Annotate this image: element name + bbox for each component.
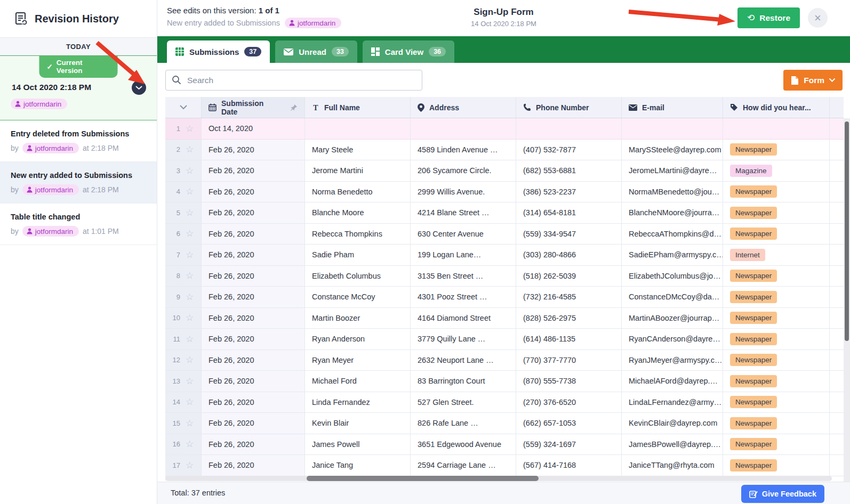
- star-icon[interactable]: ☆: [186, 145, 194, 154]
- cell-heard[interactable]: [723, 118, 830, 140]
- cell-date[interactable]: Feb 26, 2020: [202, 350, 305, 371]
- column-header-date[interactable]: Submission Date: [202, 97, 305, 118]
- cell-phone[interactable]: (386) 523-2237: [516, 182, 622, 203]
- cell-phone[interactable]: (682) 553-6881: [516, 160, 622, 182]
- cell-phone[interactable]: (559) 334-9547: [516, 224, 622, 245]
- search-input[interactable]: [165, 70, 422, 91]
- cell-heard[interactable]: Newspaper: [723, 182, 830, 203]
- tab-submissions[interactable]: Submissions37: [167, 40, 270, 63]
- cell-name[interactable]: Martin Boozer: [305, 308, 411, 329]
- cell-email[interactable]: NormaMBenedetto@jou…: [622, 182, 723, 203]
- cell-name[interactable]: Jerome Martini: [305, 160, 411, 182]
- cell-name[interactable]: Linda Fernandez: [305, 392, 411, 413]
- cell-name[interactable]: Norma Benedetto: [305, 182, 411, 203]
- cell-name[interactable]: Constance McCoy: [305, 287, 411, 308]
- cell-address[interactable]: 4301 Pooz Street …: [411, 287, 516, 308]
- cell-date[interactable]: Feb 26, 2020: [202, 434, 305, 456]
- cell-address[interactable]: 4164 Diamond Street: [411, 308, 516, 329]
- star-icon[interactable]: ☆: [186, 187, 194, 196]
- cell-heard[interactable]: Newspaper: [723, 350, 830, 371]
- cell-email[interactable]: JamesBPowell@dayrep.…: [622, 434, 723, 456]
- revision-entry[interactable]: Entry deleted from Submissionsbyjotformd…: [0, 120, 157, 162]
- column-header-address[interactable]: Address: [411, 97, 516, 118]
- star-icon[interactable]: ☆: [186, 250, 194, 259]
- star-icon[interactable]: ☆: [186, 355, 194, 364]
- vertical-scrollbar-thumb[interactable]: [845, 121, 849, 341]
- column-header-name[interactable]: TFull Name: [305, 97, 411, 118]
- cell-heard[interactable]: Newspaper: [723, 202, 830, 224]
- horizontal-scrollbar[interactable]: [165, 476, 832, 481]
- cell-date[interactable]: Feb 26, 2020: [202, 308, 305, 329]
- current-version-card[interactable]: ✓ Current Version 14 Oct 2020 2:18 PM jo…: [0, 55, 157, 120]
- table-row[interactable]: 4☆Feb 26, 2020Norma Benedetto2999 Willis…: [165, 182, 844, 203]
- horizontal-scrollbar-thumb[interactable]: [307, 476, 539, 481]
- table-row[interactable]: 1☆Oct 14, 2020: [165, 118, 844, 140]
- cell-email[interactable]: LindaLFernandez@army…: [622, 392, 723, 413]
- cell-phone[interactable]: (614) 486-1135: [516, 329, 622, 350]
- table-row[interactable]: 9☆Feb 26, 2020Constance McCoy4301 Pooz S…: [165, 287, 844, 308]
- cell-address[interactable]: 3135 Ben Street …: [411, 266, 516, 287]
- cell-phone[interactable]: (270) 376-6520: [516, 392, 622, 413]
- vertical-scrollbar[interactable]: [844, 118, 850, 482]
- cell-email[interactable]: MarySSteele@dayrep.com: [622, 140, 723, 161]
- cell-date[interactable]: Feb 26, 2020: [202, 329, 305, 350]
- cell-name[interactable]: Elizabeth Columbus: [305, 266, 411, 287]
- cell-name[interactable]: Ryan Anderson: [305, 329, 411, 350]
- cell-email[interactable]: SadieEPham@armyspy.c…: [622, 245, 723, 266]
- star-icon[interactable]: ☆: [186, 461, 194, 470]
- restore-button[interactable]: ⟲ Restore: [737, 7, 800, 28]
- cell-email[interactable]: JaniceTTang@rhyta.com: [622, 455, 723, 476]
- table-row[interactable]: 17☆Feb 26, 2020Janice Tang2594 Carriage …: [165, 455, 844, 476]
- cell-address[interactable]: 2999 Willis Avenue.: [411, 182, 516, 203]
- cell-email[interactable]: RyanCAnderson@dayre…: [622, 329, 723, 350]
- table-row[interactable]: 2☆Feb 26, 2020Mary Steele4589 Linden Ave…: [165, 140, 844, 161]
- cell-address[interactable]: 206 Sycamore Circle.: [411, 160, 516, 182]
- cell-phone[interactable]: (770) 377-7770: [516, 350, 622, 371]
- cell-heard[interactable]: Newspaper: [723, 266, 830, 287]
- cell-heard[interactable]: Newspaper: [723, 413, 830, 434]
- cell-address[interactable]: 527 Glen Street.: [411, 392, 516, 413]
- cell-address[interactable]: 2632 Neuport Lane …: [411, 350, 516, 371]
- cell-email[interactable]: MichaelAFord@dayrep.…: [622, 371, 723, 392]
- cell-heard[interactable]: Newspaper: [723, 392, 830, 413]
- cell-date[interactable]: Feb 26, 2020: [202, 371, 305, 392]
- cell-email[interactable]: JeromeLMartini@dayre…: [622, 160, 723, 182]
- cell-name[interactable]: Michael Ford: [305, 371, 411, 392]
- cell-name[interactable]: Janice Tang: [305, 455, 411, 476]
- cell-phone[interactable]: (662) 657-1053: [516, 413, 622, 434]
- cell-email[interactable]: MartinABoozer@jourrap…: [622, 308, 723, 329]
- cell-email[interactable]: BlancheNMoore@jourra…: [622, 202, 723, 224]
- cell-email[interactable]: [622, 118, 723, 140]
- star-icon[interactable]: ☆: [186, 397, 194, 407]
- cell-heard[interactable]: Newspaper: [723, 371, 830, 392]
- cell-phone[interactable]: (559) 324-1697: [516, 434, 622, 456]
- column-header-phone[interactable]: Phone Number: [516, 97, 622, 118]
- cell-heard[interactable]: Newspaper: [723, 329, 830, 350]
- cell-name[interactable]: James Powell: [305, 434, 411, 456]
- table-row[interactable]: 7☆Feb 26, 2020Sadie Pham199 Logan Lane…(…: [165, 245, 844, 266]
- cell-email[interactable]: RyanJMeyer@armyspy.c…: [622, 350, 723, 371]
- expand-version-button[interactable]: [132, 80, 146, 95]
- table-row[interactable]: 14☆Feb 26, 2020Linda Fernandez527 Glen S…: [165, 392, 844, 413]
- cell-heard[interactable]: Newspaper: [723, 287, 830, 308]
- cell-phone[interactable]: (314) 654-8181: [516, 202, 622, 224]
- cell-email[interactable]: ConstanceDMcCoy@da…: [622, 287, 723, 308]
- cell-date[interactable]: Feb 26, 2020: [202, 392, 305, 413]
- cell-date[interactable]: Feb 26, 2020: [202, 287, 305, 308]
- table-row[interactable]: 11☆Feb 26, 2020Ryan Anderson3779 Quilly …: [165, 329, 844, 350]
- cell-email[interactable]: KevinCBlair@dayrep.com: [622, 413, 723, 434]
- cell-date[interactable]: Feb 26, 2020: [202, 413, 305, 434]
- cell-address[interactable]: 826 Rafe Lane …: [411, 413, 516, 434]
- table-row[interactable]: 10☆Feb 26, 2020Martin Boozer4164 Diamond…: [165, 308, 844, 329]
- cell-name[interactable]: Kevin Blair: [305, 413, 411, 434]
- give-feedback-button[interactable]: Give Feedback: [741, 485, 824, 503]
- star-icon[interactable]: ☆: [186, 335, 194, 344]
- cell-address[interactable]: 83 Barrington Court: [411, 371, 516, 392]
- form-button[interactable]: Form: [783, 70, 843, 91]
- revision-entry[interactable]: Table title changedbyjotformdarinat 1:01…: [0, 204, 157, 245]
- table-row[interactable]: 13☆Feb 26, 2020Michael Ford83 Barrington…: [165, 371, 844, 392]
- cell-email[interactable]: RebeccaAThompkins@d…: [622, 224, 723, 245]
- cell-phone[interactable]: [516, 118, 622, 140]
- star-icon[interactable]: ☆: [186, 229, 194, 238]
- tab-unread[interactable]: Unread33: [275, 40, 357, 63]
